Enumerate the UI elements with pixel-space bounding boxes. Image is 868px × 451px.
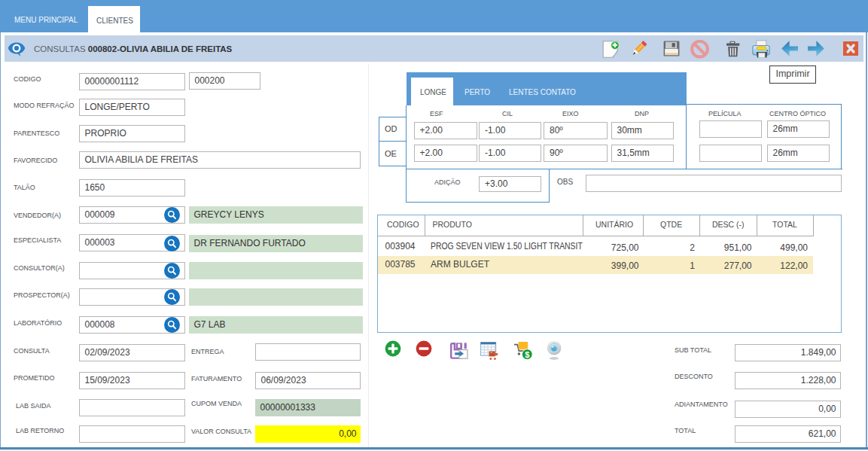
svg-text:$: $	[525, 350, 529, 359]
